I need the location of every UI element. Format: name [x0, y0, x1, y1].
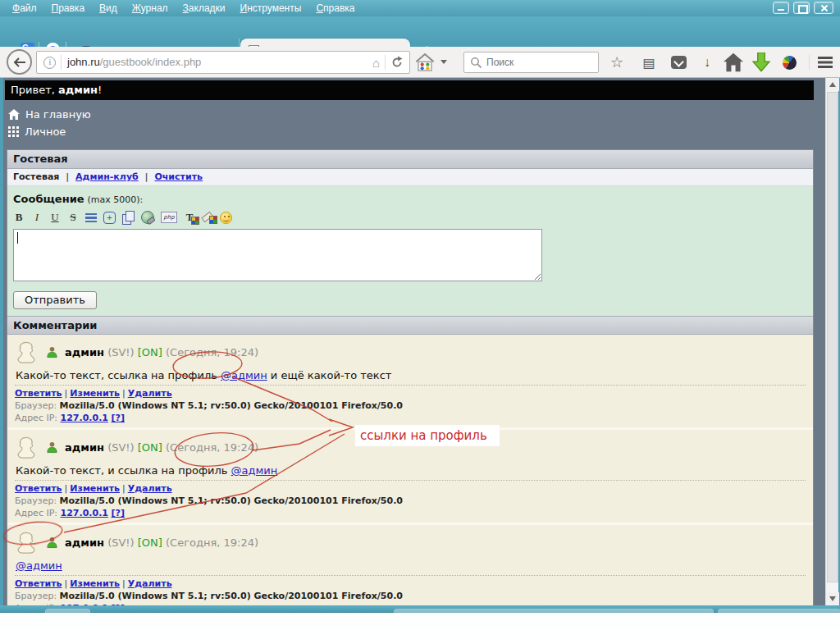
underline-button[interactable]: U — [49, 210, 61, 225]
scroll-up-arrow[interactable] — [826, 78, 839, 91]
browser-info-line: Браузер: Mozilla/5.0 (Windows NT 5.1; rv… — [15, 495, 806, 506]
browser-label: Браузер: — [15, 495, 57, 506]
actions-separator: | — [65, 483, 68, 494]
menu-edit[interactable]: Правка — [44, 1, 93, 16]
message-textarea[interactable] — [13, 229, 542, 281]
author-tag: (SV!) — [107, 441, 135, 454]
ip-link[interactable]: 127.0.0.1 — [61, 508, 108, 518]
reload-icon[interactable] — [390, 56, 404, 69]
menu-history[interactable]: Журнал — [125, 1, 176, 16]
message-label: Сообщение — [13, 193, 84, 205]
ip-link[interactable]: 127.0.0.1 — [61, 413, 108, 423]
list-button[interactable] — [85, 213, 97, 222]
menu-file[interactable]: Файл — [5, 1, 44, 16]
restore-button[interactable] — [793, 2, 810, 14]
scrollbar-thumb[interactable] — [827, 92, 838, 582]
url-path: /guestbook/index.php — [100, 56, 202, 68]
submenu-admin-club-link[interactable]: Админ-клуб — [75, 171, 139, 182]
site-info-icon[interactable] — [43, 57, 56, 69]
delete-link[interactable]: Удалить — [128, 578, 172, 589]
visual-bookmarks-icon[interactable] — [415, 52, 435, 72]
avatar-placeholder-icon — [15, 340, 39, 364]
submenu-clear-link[interactable]: Очистить — [154, 171, 203, 182]
page-viewport: Привет, админ! На главную Личное Гостева… — [0, 78, 840, 605]
message-label-row: Сообщение(max 5000): — [13, 190, 807, 206]
reader-house-icon[interactable]: ⌂ — [372, 56, 380, 70]
annotation-label: ссылки на профиль — [355, 425, 500, 446]
hamburger-bars — [818, 57, 833, 68]
text-color-button[interactable]: T — [184, 210, 195, 225]
bookmark-star-icon[interactable]: ☆ — [607, 52, 627, 72]
menu-bookmarks[interactable]: Закладки — [176, 1, 233, 16]
ip-help-link[interactable]: [?] — [111, 508, 124, 518]
tab-bar: php Форумы портала PHP.SU × CMS Гостевая… — [0, 16, 840, 47]
edit-link[interactable]: Изменить — [70, 388, 120, 399]
menu-hamburger-icon[interactable] — [815, 52, 835, 72]
spoiler-button[interactable]: + — [103, 212, 116, 224]
edit-link[interactable]: Изменить — [70, 578, 120, 589]
profile-mention-link[interactable]: @админ — [231, 464, 278, 477]
extension-badge — [783, 56, 797, 70]
reply-link[interactable]: Ответить — [15, 578, 62, 589]
delete-link[interactable]: Удалить — [128, 388, 172, 399]
fill-color-button[interactable] — [202, 211, 213, 224]
profile-mention-link[interactable]: @админ — [16, 559, 62, 572]
nav-personal-link[interactable]: Личное — [7, 123, 825, 140]
back-button[interactable] — [7, 49, 32, 75]
vertical-scrollbar[interactable] — [825, 78, 838, 605]
urlbar-actions: ⌂ — [372, 55, 409, 70]
smiley-button[interactable] — [220, 212, 232, 224]
ip-label: Адрес IP: — [15, 413, 57, 423]
close-window-button[interactable] — [814, 2, 833, 14]
extension-circle-icon[interactable] — [779, 52, 799, 72]
pocket-icon[interactable] — [669, 52, 688, 72]
bookmarks-panel-icon[interactable]: ▤ — [639, 52, 659, 72]
browser-window: Файл Правка Вид Журнал Закладки Инструме… — [0, 0, 840, 630]
back-arrow-icon — [13, 57, 26, 67]
insert-link-button[interactable] — [141, 211, 154, 224]
greeting-username: админ — [58, 84, 98, 96]
menu-help[interactable]: Справка — [308, 1, 362, 16]
message-input-wrap — [13, 229, 807, 285]
author-tag: (SV!) — [107, 346, 135, 358]
submenu-current: Гостевая — [13, 171, 59, 182]
greeting-bar: Привет, админ! — [5, 80, 814, 100]
ip-help-link[interactable]: [?] — [111, 413, 124, 423]
actions-separator: | — [122, 483, 126, 494]
nav-home-link[interactable]: На главную — [7, 106, 825, 123]
bold-button[interactable]: B — [13, 210, 25, 225]
comment-divider — [15, 575, 806, 576]
url-text[interactable]: john.ru/guestbook/index.php — [61, 55, 372, 70]
search-icon — [470, 57, 482, 69]
downloads-icon[interactable]: ↓ — [697, 52, 717, 72]
url-bar[interactable]: john.ru/guestbook/index.php ⌂ — [36, 51, 410, 74]
menu-tools[interactable]: Инструменты — [233, 1, 309, 16]
reply-link[interactable]: Ответить — [15, 483, 62, 494]
reply-link[interactable]: Ответить — [15, 388, 62, 399]
minimize-button[interactable] — [773, 2, 789, 14]
browser-value: Mozilla/5.0 (Windows NT 5.1; rv:50.0) Ge… — [60, 495, 403, 506]
message-form: Сообщение(max 5000): B I U S + php T — [7, 186, 813, 316]
quote-copy-button[interactable] — [122, 211, 135, 224]
home-icon[interactable] — [724, 52, 743, 72]
search-input[interactable] — [486, 57, 585, 68]
comment-author-line: админ (SV!) [ON] (Сегодня, 19:24) — [65, 536, 258, 549]
online-status: [ON] — [138, 346, 162, 358]
browser-label: Браузер: — [15, 400, 57, 411]
italic-button[interactable]: I — [31, 210, 43, 225]
submenu-separator: | — [145, 171, 148, 182]
nav-personal-label: Личное — [25, 126, 66, 138]
edit-link[interactable]: Изменить — [70, 483, 120, 494]
menu-view[interactable]: Вид — [92, 1, 125, 16]
grid-icon — [8, 126, 19, 137]
scroll-down-arrow[interactable] — [826, 592, 839, 605]
comment-date: (Сегодня, 19:24) — [166, 346, 258, 358]
dropdown-caret-icon[interactable] — [441, 60, 447, 64]
send-button[interactable]: Отправить — [13, 291, 97, 309]
profile-mention-link[interactable]: @админ — [221, 369, 267, 381]
php-code-button[interactable]: php — [161, 212, 177, 223]
delete-link[interactable]: Удалить — [128, 483, 172, 494]
strikethrough-button[interactable]: S — [67, 210, 79, 225]
savefrom-arrow-icon[interactable] — [751, 52, 771, 72]
ip-info-line: Адрес IP: 127.0.0.1 [?] — [15, 508, 806, 518]
